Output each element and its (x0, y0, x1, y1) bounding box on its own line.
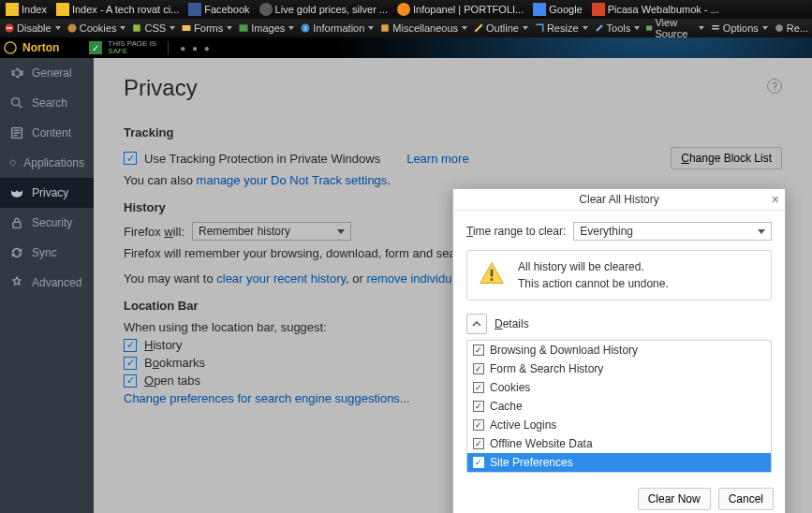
norton-brand: Norton (22, 41, 59, 54)
dev-forms[interactable]: Forms (181, 22, 232, 34)
svg-point-12 (775, 24, 783, 32)
sidebar-item-privacy[interactable]: Privacy (0, 178, 94, 208)
suggest-bookmarks-checkbox[interactable] (124, 357, 137, 370)
svg-point-14 (12, 98, 20, 106)
dev-resize[interactable]: Resize (534, 22, 588, 34)
bookmark-item[interactable]: Facebook (185, 3, 253, 16)
dev-css[interactable]: CSS (131, 22, 175, 34)
checkbox[interactable] (473, 363, 484, 374)
time-range-select[interactable]: Everything (573, 222, 772, 241)
detail-item-browsing[interactable]: Browsing & Download History (467, 341, 771, 359)
svg-rect-8 (382, 24, 390, 32)
dev-options[interactable]: Options (710, 22, 768, 34)
dnt-prefix: You can also (124, 173, 197, 187)
svg-rect-5 (240, 24, 248, 32)
bookmarks-bar: Index Index - A tech rovat ci... Faceboo… (0, 0, 812, 19)
change-search-suggestions-link[interactable]: Change preferences for search engine sug… (124, 391, 410, 405)
sidebar-item-content[interactable]: Content (0, 118, 94, 148)
checkbox[interactable] (473, 401, 484, 412)
sidebar-item-sync[interactable]: Sync (0, 238, 94, 268)
sidebar-item-advanced[interactable]: Advanced (0, 268, 94, 298)
checkbox[interactable] (473, 344, 484, 356)
dnt-link[interactable]: manage your Do Not Track settings (197, 173, 388, 187)
page-title: Privacy (124, 75, 782, 101)
dev-misc[interactable]: Miscellaneous (379, 22, 467, 34)
checkbox[interactable] (473, 382, 484, 393)
warning-icon (479, 260, 505, 286)
bookmark-item[interactable]: Index - A tech rovat ci... (52, 3, 183, 16)
detail-item-siteprefs[interactable]: Site Preferences (467, 453, 771, 472)
bookmark-item[interactable]: Infopanel | PORTFOLI... (393, 3, 527, 16)
clear-recent-link[interactable]: clear your recent history (216, 271, 346, 286)
detail-item-offline[interactable]: Offline Website Data (467, 434, 771, 453)
applications-icon (9, 155, 16, 170)
suggest-history-label: History (144, 338, 182, 352)
sync-icon (9, 245, 24, 260)
suggest-opentabs-label: Open tabs (144, 374, 200, 388)
favicon-icon (259, 3, 273, 16)
tracking-heading: Tracking (124, 125, 782, 139)
clear-now-button[interactable]: Clear Now (638, 488, 711, 510)
svg-rect-10 (712, 25, 719, 27)
change-block-list-button[interactable]: Change Block List (671, 147, 782, 169)
favicon-icon (592, 3, 605, 16)
suggest-bookmarks-label: Bookmarks (144, 356, 205, 370)
svg-point-13 (5, 42, 16, 53)
dialog-titlebar: Clear All History × (453, 189, 785, 211)
gear-icon (9, 66, 24, 81)
warning-line1: All history will be cleared. (518, 260, 669, 273)
detail-item-cookies[interactable]: Cookies (467, 378, 771, 397)
more-dots-icon[interactable]: ● ● ● (180, 43, 212, 53)
close-icon[interactable]: × (772, 192, 779, 207)
norton-shield-icon (4, 41, 17, 54)
bookmark-item[interactable]: Index (2, 3, 51, 16)
warning-box: All history will be cleared. This action… (466, 250, 772, 300)
dev-information[interactable]: iInformation (300, 22, 374, 34)
help-icon[interactable]: ? (767, 79, 782, 94)
clear-history-dialog: Clear All History × Time range to clear:… (452, 188, 786, 513)
svg-rect-9 (646, 25, 652, 30)
bookmark-item[interactable]: Google (529, 3, 585, 16)
favicon-icon (6, 3, 19, 16)
checkbox[interactable] (473, 438, 484, 449)
favicon-icon (188, 3, 201, 16)
lock-icon (9, 215, 24, 230)
suggest-history-checkbox[interactable] (124, 339, 137, 352)
safe-check-icon: ✓ (89, 41, 102, 54)
detail-item-cache[interactable]: Cache (467, 397, 771, 416)
svg-rect-16 (13, 222, 21, 227)
dev-view-source[interactable]: View Source (645, 17, 704, 39)
detail-item-logins[interactable]: Active Logins (467, 416, 771, 434)
detail-item-form[interactable]: Form & Search History (467, 359, 771, 378)
details-label: Details (495, 317, 529, 330)
dev-cookies[interactable]: Cookies (66, 22, 126, 34)
dev-outline[interactable]: Outline (473, 22, 528, 34)
checkbox[interactable] (473, 419, 484, 431)
cancel-button[interactable]: Cancel (718, 488, 774, 510)
dev-more[interactable]: Re... (774, 22, 808, 34)
svg-rect-4 (183, 25, 191, 31)
bookmark-item[interactable]: Picasa Webalbumok - ... (588, 3, 723, 16)
sidebar-item-security[interactable]: Security (0, 208, 94, 238)
sidebar-item-applications[interactable]: Applications (0, 148, 94, 178)
advanced-icon (9, 275, 24, 290)
tracking-protection-checkbox[interactable] (124, 152, 137, 165)
dev-tools[interactable]: Tools (594, 22, 641, 34)
norton-bar: Norton ✓ THIS PAGE ISSAFE ● ● ● (0, 37, 812, 58)
svg-rect-17 (491, 270, 494, 277)
chevron-up-icon (472, 319, 481, 329)
details-toggle[interactable] (466, 314, 487, 334)
sidebar-item-search[interactable]: Search (0, 88, 94, 118)
learn-more-link[interactable]: Learn more (406, 152, 468, 166)
history-mode-select[interactable]: Remember history (192, 222, 351, 241)
dev-disable[interactable]: Disable (4, 22, 61, 34)
bookmark-item[interactable]: Live gold prices, silver ... (256, 3, 391, 16)
dev-images[interactable]: Images (238, 22, 294, 34)
favicon-icon (533, 3, 546, 16)
search-icon (9, 95, 24, 110)
suggest-opentabs-checkbox[interactable] (124, 374, 137, 388)
checkbox[interactable] (473, 457, 484, 468)
svg-rect-3 (134, 24, 141, 32)
time-range-label: Time range to clear: (466, 225, 566, 238)
sidebar-item-general[interactable]: General (0, 58, 94, 88)
